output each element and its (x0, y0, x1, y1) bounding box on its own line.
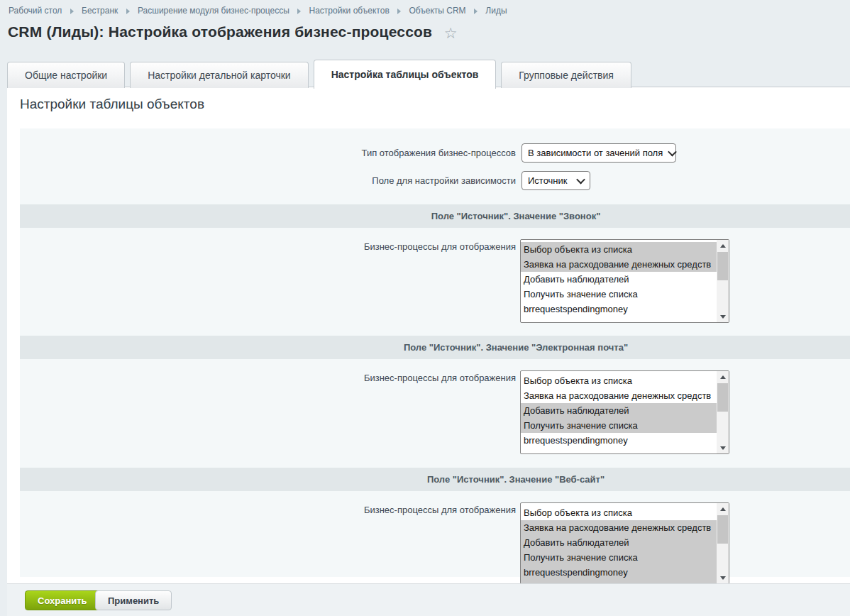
scroll-up-icon[interactable] (717, 371, 729, 383)
listbox-option[interactable]: Выбор объекта из списка (521, 373, 717, 388)
scroll-up-icon[interactable] (717, 240, 729, 251)
dependency-field-select[interactable]: Источник (521, 171, 590, 190)
tab-general-settings[interactable]: Общие настройки (7, 62, 125, 88)
tab-bar: Общие настройки Настройки детальной карт… (7, 60, 631, 88)
breadcrumb-item-bestrank[interactable]: Бестранк (82, 6, 118, 16)
listbox-option[interactable]: Добавить наблюдателей (521, 403, 717, 418)
listbox-scrollbar[interactable] (717, 240, 729, 322)
breadcrumb-separator-icon (70, 9, 74, 14)
tab-object-table-settings[interactable]: Настройка таблицы объектов (314, 60, 497, 89)
section-bar-call: Поле "Источник". Значение "Звонок" (20, 204, 850, 228)
listbox-option[interactable]: Получить значение списка (521, 287, 717, 302)
footer-bar: Сохранить Применить (7, 583, 850, 616)
breadcrumb-item-object-settings[interactable]: Настройки объектов (309, 6, 389, 16)
page-title: CRM (Лиды): Настройка отображения бизнес… (8, 23, 432, 40)
tab-group-actions[interactable]: Групповые действия (501, 62, 631, 88)
listbox-option[interactable]: Заявка на расходование денежных средств (521, 388, 717, 403)
listbox-option[interactable]: brrequestspendingmoney (521, 302, 717, 317)
listbox-option[interactable]: brrequestspendingmoney (521, 433, 717, 448)
scrollbar-thumb[interactable] (717, 252, 728, 280)
page-section-title: Настройки таблицы объектов (20, 97, 204, 112)
listbox-option[interactable]: Получить значение списка (521, 550, 717, 565)
breadcrumb-separator-icon (297, 9, 301, 14)
bp-list-label: Бизнес-процессы для отображения (20, 241, 516, 253)
save-button[interactable]: Сохранить (25, 590, 100, 610)
dependency-field-select-value: Источник (528, 175, 568, 186)
chevron-down-icon (576, 175, 585, 185)
page: Рабочий стол Бестранк Расширение модуля … (0, 0, 850, 616)
listbox-option[interactable]: Выбор объекта из списка (521, 242, 717, 257)
scrollbar-thumb[interactable] (717, 383, 728, 412)
section-bar-website: Поле "Источник". Значение "Веб-сайт" (20, 468, 850, 491)
apply-button[interactable]: Применить (95, 590, 172, 610)
section-heading: Поле "Источник". Значение "Электронная п… (20, 336, 850, 359)
listbox-option[interactable]: Заявка на расходование денежных средств (521, 257, 717, 272)
chevron-down-icon (668, 148, 677, 157)
section-bar-email: Поле "Источник". Значение "Электронная п… (20, 336, 850, 359)
scroll-up-icon[interactable] (717, 503, 729, 515)
breadcrumb-item-module-extension[interactable]: Расширение модуля бизнес-процессы (138, 6, 289, 16)
listbox-option[interactable]: Добавить наблюдателей (521, 535, 717, 550)
bp-listbox-website[interactable]: Выбор объекта из спискаЗаявка на расходо… (520, 502, 729, 584)
breadcrumb: Рабочий стол Бестранк Расширение модуля … (9, 6, 507, 16)
listbox-scrollbar[interactable] (717, 503, 729, 583)
listbox-option[interactable]: Выбор объекта из списка (521, 505, 717, 520)
listbox-option[interactable]: Получить значение списка (521, 418, 717, 433)
tab-detail-card-settings[interactable]: Настройки детальной карточки (130, 62, 308, 88)
listbox-option[interactable]: Добавить наблюдателей (521, 272, 717, 287)
scroll-down-icon[interactable] (717, 572, 729, 583)
breadcrumb-item-crm-objects[interactable]: Объекты CRM (409, 6, 465, 16)
display-type-label: Тип отображения бизнес-процессов (20, 143, 516, 163)
bp-listbox-email[interactable]: Выбор объекта из спискаЗаявка на расходо… (520, 370, 729, 454)
scroll-down-icon[interactable] (717, 442, 729, 453)
listbox-option[interactable]: Заявка на расходование денежных средств (521, 520, 717, 535)
settings-form: Тип отображения бизнес-процессов В завис… (20, 128, 850, 577)
scroll-down-icon[interactable] (717, 311, 729, 322)
title-row: CRM (Лиды): Настройка отображения бизнес… (8, 23, 457, 42)
breadcrumb-separator-icon (397, 9, 401, 14)
section-heading: Поле "Источник". Значение "Веб-сайт" (20, 468, 850, 491)
bp-listbox-call[interactable]: Выбор объекта из спискаЗаявка на расходо… (520, 239, 729, 323)
content-panel: Настройки таблицы объектов Тип отображен… (7, 87, 850, 583)
bp-list-label: Бизнес-процессы для отображения (20, 504, 516, 516)
bp-list-label: Бизнес-процессы для отображения (20, 372, 516, 384)
breadcrumb-item-leads: Лиды (485, 6, 507, 16)
listbox-option[interactable]: brrequestspendingmoney (521, 565, 717, 580)
breadcrumb-separator-icon (474, 9, 478, 14)
display-type-select[interactable]: В зависимости от зачений поля (521, 143, 676, 163)
breadcrumb-separator-icon (126, 9, 130, 14)
display-type-select-value: В зависимости от зачений поля (528, 148, 663, 158)
listbox-scrollbar[interactable] (717, 371, 729, 453)
scrollbar-thumb[interactable] (717, 515, 728, 544)
dependency-field-label: Поле для настройки зависимости (20, 171, 516, 190)
section-heading: Поле "Источник". Значение "Звонок" (20, 204, 850, 228)
breadcrumb-item-desktop[interactable]: Рабочий стол (9, 6, 62, 16)
favorite-star-icon[interactable]: ☆ (444, 25, 458, 41)
